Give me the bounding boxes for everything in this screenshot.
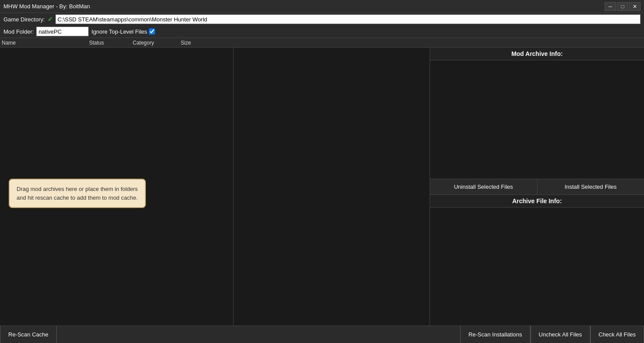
archive-contents-panel[interactable] <box>234 48 430 326</box>
col-header-category: Category <box>133 40 181 46</box>
install-selected-button[interactable]: Install Selected Files <box>537 179 644 194</box>
config-area: Game Directory: ✓ Mod Folder: Ignore Top… <box>0 13 644 38</box>
archive-file-info-content <box>430 208 644 326</box>
ignore-top-level-label: Ignore Top-Level Files <box>91 28 155 35</box>
game-directory-row: Game Directory: ✓ <box>0 13 644 25</box>
window-controls: ─ □ ✕ <box>605 2 641 11</box>
window-title: MHW Mod Manager - By: BoltMan <box>3 3 90 10</box>
mod-folder-row: Mod Folder: Ignore Top-Level Files <box>0 25 644 38</box>
close-button[interactable]: ✕ <box>629 2 641 11</box>
valid-checkmark: ✓ <box>48 16 53 23</box>
col-header-status: Status <box>89 40 133 46</box>
game-directory-input[interactable] <box>55 14 641 24</box>
col-header-size: Size <box>181 40 216 46</box>
right-panel: Mod Archive Info: Uninstall Selected Fil… <box>430 48 644 326</box>
check-all-files-button[interactable]: Check All Files <box>590 326 644 343</box>
uninstall-selected-button[interactable]: Uninstall Selected Files <box>430 179 537 194</box>
mod-archive-info-content <box>430 60 644 179</box>
mod-folder-label: Mod Folder: <box>3 28 34 35</box>
archive-file-info-header: Archive File Info: <box>430 195 644 208</box>
uncheck-all-files-button[interactable]: Uncheck All Files <box>530 326 590 343</box>
mod-archive-info-header: Mod Archive Info: <box>430 48 644 60</box>
maximize-button[interactable]: □ <box>617 2 628 11</box>
mod-folder-input[interactable] <box>36 27 89 36</box>
drag-drop-tooltip: Drag mod archives here or place them in … <box>9 179 146 208</box>
title-bar: MHW Mod Manager - By: BoltMan ─ □ ✕ <box>0 0 644 13</box>
minimize-button[interactable]: ─ <box>605 2 616 11</box>
rescan-cache-button[interactable]: Re-Scan Cache <box>0 326 57 343</box>
mod-list-panel[interactable]: Drag mod archives here or place them in … <box>0 48 234 326</box>
rescan-installations-button[interactable]: Re-Scan Installations <box>460 326 530 343</box>
main-content: Drag mod archives here or place them in … <box>0 48 644 326</box>
game-directory-label: Game Directory: <box>3 16 45 23</box>
column-headers: Name Status Category Size <box>0 38 644 48</box>
action-buttons-row: Uninstall Selected Files Install Selecte… <box>430 179 644 195</box>
bottom-bar: Re-Scan Cache Re-Scan Installations Unch… <box>0 326 644 343</box>
ignore-top-level-checkbox[interactable] <box>149 28 155 35</box>
col-header-name: Name <box>2 40 89 46</box>
